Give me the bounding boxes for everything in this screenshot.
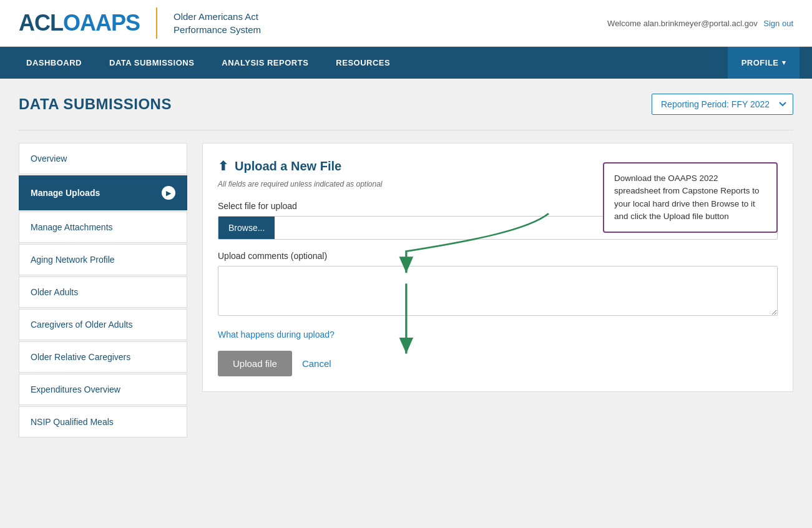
profile-label: PROFILE (741, 58, 779, 67)
page-content: DATA SUBMISSIONS Reporting Period: FFY 2… (0, 79, 812, 454)
nav-resources[interactable]: RESOURCES (322, 47, 404, 79)
logo-line1: Older Americans Act (174, 11, 258, 22)
sidebar-label-aging-network: Aging Network Profile (31, 255, 115, 265)
cancel-button[interactable]: Cancel (302, 358, 331, 369)
sidebar-label-nsip: NSIP Qualified Meals (31, 417, 114, 427)
logo-line2: Performance System (174, 24, 261, 35)
nav-dashboard[interactable]: DASHBOARD (12, 47, 95, 79)
upload-form-container: ⬆ Upload a New File All fields are requi… (202, 143, 793, 392)
sidebar-item-manage-uploads[interactable]: Manage Uploads (19, 175, 187, 210)
sidebar-item-nsip[interactable]: NSIP Qualified Meals (19, 406, 187, 438)
logo-divider (156, 7, 157, 39)
page-header: DATA SUBMISSIONS Reporting Period: FFY 2… (19, 94, 793, 115)
reporting-period-select[interactable]: Reporting Period: FFY 2022 (652, 94, 793, 115)
logo-tagline: Older Americans Act Performance System (174, 10, 261, 36)
sidebar-item-overview[interactable]: Overview (19, 143, 187, 174)
upload-file-button[interactable]: Upload file (218, 351, 292, 376)
sidebar-item-expenditures[interactable]: Expenditures Overview (19, 374, 187, 405)
header-right: Welcome alan.brinkmeyer@portal.acl.gov S… (607, 19, 793, 28)
logo-area: ACLOAAPS Older Americans Act Performance… (19, 7, 261, 39)
comments-textarea[interactable] (218, 266, 778, 316)
sidebar-label-overview: Overview (31, 154, 67, 164)
sidebar-arrow-manage-uploads (162, 186, 175, 200)
welcome-text: Welcome alan.brinkmeyer@portal.acl.gov (607, 19, 758, 28)
nav-bar: DASHBOARD DATA SUBMISSIONS ANALYSIS REPO… (0, 47, 812, 79)
main-layout: Overview Manage Uploads Manage Attachmen… (19, 143, 793, 439)
sidebar-item-caregivers[interactable]: Caregivers of Older Adults (19, 309, 187, 340)
nav-analysis-reports[interactable]: ANALYSIS REPORTS (208, 47, 322, 79)
sidebar-item-aging-network[interactable]: Aging Network Profile (19, 244, 187, 275)
browse-button[interactable]: Browse... (218, 217, 275, 239)
nav-profile[interactable]: PROFILE ▾ (728, 47, 800, 79)
what-happens-link[interactable]: What happens during upload? (218, 330, 778, 340)
divider (19, 130, 793, 130)
sidebar-item-manage-attachments[interactable]: Manage Attachments (19, 212, 187, 243)
sidebar-label-older-adults: Older Adults (31, 287, 78, 297)
sidebar-label-older-relative: Older Relative Caregivers (31, 352, 130, 362)
page-title: DATA SUBMISSIONS (19, 95, 172, 113)
section-title-text: Upload a New File (235, 159, 341, 174)
upload-icon: ⬆ (218, 159, 228, 174)
btn-group: Upload file Cancel (218, 351, 778, 376)
comments-group: Upload comments (optional) (218, 251, 778, 318)
sidebar-label-expenditures: Expenditures Overview (31, 384, 120, 394)
tooltip-box: Download the OAAPS 2022 spreadsheet from… (603, 162, 778, 233)
sidebar-item-older-relative[interactable]: Older Relative Caregivers (19, 341, 187, 373)
sidebar-label-caregivers: Caregivers of Older Adults (31, 320, 132, 330)
sidebar-label-manage-uploads: Manage Uploads (31, 188, 100, 198)
sidebar-label-manage-attachments: Manage Attachments (31, 222, 113, 232)
tooltip-text: Download the OAAPS 2022 spreadsheet from… (614, 174, 760, 221)
comments-label: Upload comments (optional) (218, 251, 778, 261)
sidebar: Overview Manage Uploads Manage Attachmen… (19, 143, 187, 439)
chevron-down-icon: ▾ (782, 59, 786, 67)
header: ACLOAAPS Older Americans Act Performance… (0, 0, 812, 47)
sign-out-link[interactable]: Sign out (763, 19, 793, 28)
logo-oaaps: OAAPS (63, 10, 140, 36)
nav-data-submissions[interactable]: DATA SUBMISSIONS (95, 47, 208, 79)
logo-acl: ACLOAAPS (19, 10, 140, 36)
sidebar-item-older-adults[interactable]: Older Adults (19, 276, 187, 308)
